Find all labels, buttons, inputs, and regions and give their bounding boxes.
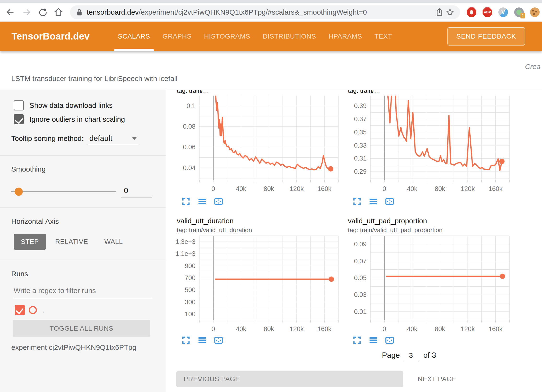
- svg-text:160k: 160k: [317, 185, 332, 192]
- fullscreen-icon[interactable]: [182, 336, 190, 345]
- runs-filter-input[interactable]: [14, 287, 153, 298]
- svg-text:0.04: 0.04: [183, 164, 196, 172]
- tooltip-sorting-label: Tooltip sorting method:: [11, 134, 84, 143]
- bookmark-star-icon[interactable]: [445, 7, 455, 17]
- runs-label: Runs: [11, 270, 166, 278]
- chart-title: valid_utt_duration: [177, 217, 340, 225]
- run-row: .: [15, 305, 166, 315]
- fullscreen-icon[interactable]: [182, 197, 190, 206]
- fullscreen-icon[interactable]: [353, 197, 361, 206]
- abp-icon[interactable]: ABP: [483, 7, 492, 17]
- chart-svg[interactable]: 0.390.370.350.330.310.29040k80k120k160k: [342, 96, 511, 194]
- svg-text:160k: 160k: [489, 185, 503, 192]
- tab-text[interactable]: TEXT: [368, 22, 398, 51]
- svg-text:500: 500: [185, 286, 196, 294]
- next-page-button[interactable]: NEXT PAGE: [411, 371, 463, 387]
- chart-card: tag: train/… 0.10.080.060.04040k80k120k1…: [171, 90, 340, 206]
- slider-knob[interactable]: [15, 188, 23, 196]
- fit-domain-icon[interactable]: [214, 197, 223, 206]
- back-icon[interactable]: [5, 7, 15, 17]
- fit-domain-icon[interactable]: [385, 197, 394, 206]
- axis-toggle-group: STEP RELATIVE WALL: [14, 234, 166, 250]
- run-checkbox[interactable]: [15, 305, 25, 315]
- axis-wall-button[interactable]: WALL: [97, 234, 130, 250]
- svg-text:1.3e+3: 1.3e+3: [176, 238, 196, 245]
- chart-svg[interactable]: 0.090.070.050.030.01040k80k120k160k: [342, 234, 511, 333]
- vimium-icon[interactable]: V: [498, 7, 508, 17]
- svg-text:100: 100: [185, 311, 196, 318]
- fullscreen-icon[interactable]: [353, 336, 361, 345]
- blocker-hand-icon[interactable]: [467, 7, 476, 17]
- svg-text:0.33: 0.33: [354, 142, 367, 149]
- sidebar-divider: [0, 260, 166, 260]
- fit-domain-icon[interactable]: [214, 336, 223, 345]
- chart-row-top: tag: train/… 0.10.080.060.04040k80k120k1…: [166, 90, 542, 206]
- tab-distributions[interactable]: DISTRIBUTIONS: [256, 22, 322, 51]
- smoothing-value-input[interactable]: [121, 186, 152, 197]
- chart-toolbar: [182, 336, 340, 345]
- chart-card: valid_utt_pad_proportion tag: train/vali…: [342, 217, 511, 345]
- tooltip-sorting-select[interactable]: default: [88, 134, 138, 145]
- svg-text:0: 0: [382, 325, 386, 333]
- svg-text:900: 900: [185, 262, 196, 270]
- ignore-outliers-checkbox[interactable]: [14, 114, 24, 124]
- chart-tag: tag: train/valid_utt_pad_proportion: [348, 226, 511, 234]
- nav-tabs: SCALARS GRAPHS HISTOGRAMS DISTRIBUTIONS …: [112, 22, 398, 51]
- home-icon[interactable]: [53, 7, 64, 17]
- privacy-extension-icon[interactable]: 1: [514, 7, 524, 17]
- svg-text:0: 0: [211, 325, 215, 333]
- page-number-input[interactable]: [403, 351, 419, 362]
- toggle-all-runs-button[interactable]: TOGGLE ALL RUNS: [13, 320, 150, 337]
- svg-text:0: 0: [382, 185, 386, 192]
- svg-text:0.39: 0.39: [354, 102, 367, 110]
- svg-text:0.01: 0.01: [354, 308, 367, 315]
- ignore-outliers-label: Ignore outliers in chart scaling: [29, 115, 125, 123]
- tab-histograms[interactable]: HISTOGRAMS: [198, 22, 256, 51]
- sidebar: Show data download links Ignore outliers…: [0, 90, 166, 392]
- tab-scalars[interactable]: SCALARS: [112, 22, 156, 51]
- fit-domain-icon[interactable]: [385, 336, 394, 345]
- share-icon[interactable]: [434, 7, 445, 17]
- smoothing-slider[interactable]: [11, 187, 116, 196]
- tab-hparams[interactable]: HPARAMS: [322, 22, 368, 51]
- svg-text:0.08: 0.08: [183, 123, 196, 130]
- svg-text:120k: 120k: [461, 325, 475, 333]
- smoothing-row: [11, 186, 166, 197]
- run-color-swatch: [29, 306, 37, 314]
- browser-tabstrip: [0, 0, 542, 3]
- chart-svg[interactable]: 0.10.080.060.04040k80k120k160k: [171, 96, 340, 194]
- show-download-checkbox[interactable]: [14, 100, 24, 110]
- axis-step-button[interactable]: STEP: [14, 234, 46, 250]
- forward-icon[interactable]: [22, 7, 32, 17]
- cookie-extension-icon[interactable]: [530, 7, 540, 17]
- svg-text:80k: 80k: [264, 185, 274, 192]
- data-table-icon[interactable]: [369, 197, 378, 206]
- chart-svg[interactable]: 1.3e+31.1e+3900700500300100040k80k120k16…: [171, 234, 340, 333]
- data-table-icon[interactable]: [198, 336, 207, 345]
- run-name: .: [42, 306, 44, 314]
- sidebar-divider: [0, 155, 166, 156]
- svg-text:0.29: 0.29: [354, 168, 367, 175]
- chart-card: valid_utt_duration tag: train/valid_utt_…: [171, 217, 340, 345]
- svg-text:0: 0: [211, 185, 215, 192]
- svg-text:300: 300: [185, 299, 196, 306]
- url-bar[interactable]: tensorboard.dev/experiment/cj2vtPiwQHKN9…: [70, 5, 460, 19]
- experiment-id-text: experiment cj2vtPiwQHKN9Q1tx6PTpg: [11, 343, 166, 352]
- created-clipped-text: Crea: [525, 63, 541, 71]
- chevron-down-icon: [132, 137, 137, 140]
- svg-text:1.1e+3: 1.1e+3: [176, 250, 196, 257]
- experiment-title: LSTM transducer training for LibriSpeech…: [11, 75, 178, 83]
- svg-text:160k: 160k: [489, 325, 503, 333]
- svg-text:120k: 120k: [461, 185, 475, 192]
- reload-icon[interactable]: [37, 7, 48, 17]
- main-content: Show data download links Ignore outliers…: [0, 90, 542, 392]
- ignore-outliers-row: Ignore outliers in chart scaling: [14, 114, 166, 124]
- app-header: TensorBoard.dev SCALARS GRAPHS HISTOGRAM…: [0, 22, 542, 51]
- svg-text:160k: 160k: [317, 325, 332, 333]
- send-feedback-button[interactable]: SEND FEEDBACK: [447, 27, 525, 46]
- data-table-icon[interactable]: [369, 336, 378, 345]
- axis-relative-button[interactable]: RELATIVE: [48, 234, 95, 250]
- data-table-icon[interactable]: [198, 197, 207, 206]
- previous-page-button[interactable]: PREVIOUS PAGE: [176, 371, 403, 387]
- tab-graphs[interactable]: GRAPHS: [156, 22, 198, 51]
